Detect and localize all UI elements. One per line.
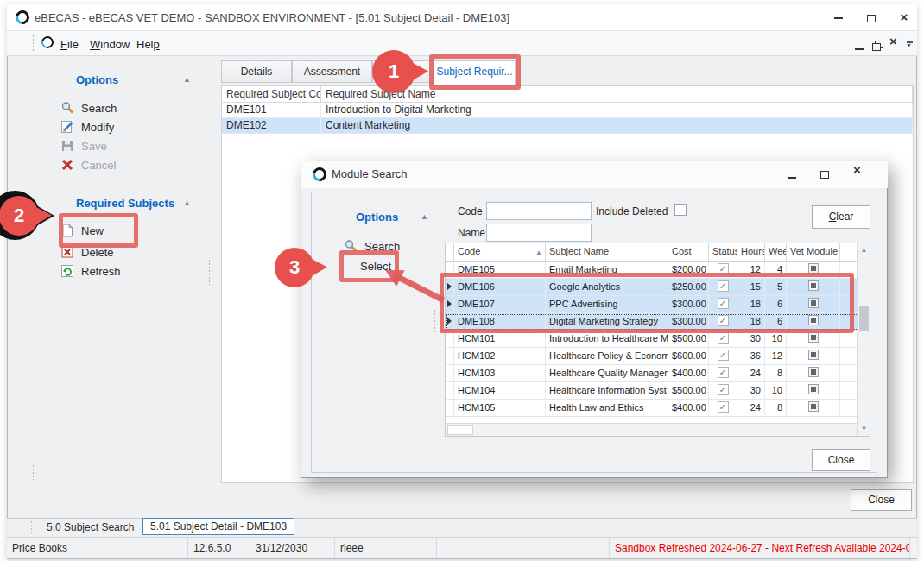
col-required-subject-code[interactable]: Required Subject Code <box>222 86 321 102</box>
col-subject-name[interactable]: Subject Name <box>546 243 668 261</box>
cell-code: HCM105 <box>454 400 546 416</box>
cell-hours: 24 <box>737 365 765 381</box>
mdi-close-icon: × <box>889 34 897 48</box>
status-date: 31/12/2030 <box>250 538 335 558</box>
sidebar-item-search[interactable]: Search <box>60 99 190 117</box>
sidebar-item-modify[interactable]: Modify <box>60 118 190 136</box>
options-panel-header: Options <box>76 73 118 86</box>
edit-icon <box>60 120 74 134</box>
grid-vertical-scrollbar[interactable]: ▲ ▼ <box>857 243 870 436</box>
dialog-maximize-icon <box>820 171 829 179</box>
mdi-restore-button[interactable] <box>872 37 882 53</box>
window-position-menu-button[interactable] <box>906 37 914 53</box>
cell-subject-name: Healthcare Quality Managem <box>546 365 668 381</box>
menubar-grip[interactable] <box>31 35 35 52</box>
refresh-icon <box>60 264 74 278</box>
required-table-row[interactable]: DME101 Introduction to Digital Marketing <box>222 103 913 118</box>
mdi-minimize-icon <box>855 48 864 50</box>
callout-step-2: 2 <box>0 196 39 236</box>
dialog-title: Module Search <box>332 167 407 180</box>
horizontal-scroll-thumb[interactable] <box>447 425 473 435</box>
cancel-x-icon <box>60 158 74 172</box>
minimize-icon <box>834 17 843 19</box>
module-grid-row[interactable]: HCM105 Health Law and Ethics $400.00 ✓ 2… <box>446 400 870 417</box>
cell-status: ✓ <box>709 382 737 399</box>
scroll-up-icon[interactable]: ▲ <box>858 243 870 257</box>
cell-subject-name: Healthcare Information Syst <box>546 382 668 399</box>
cell-cost: $600.00 <box>668 348 709 364</box>
cell-week: 8 <box>765 365 787 381</box>
required-subjects-collapse-icon[interactable]: ▲ <box>183 199 191 207</box>
vet-module-checkbox <box>808 332 819 343</box>
dialog-close-button[interactable]: × <box>853 162 861 178</box>
tab-details[interactable]: Details <box>221 60 292 83</box>
menu-window[interactable]: Window <box>86 36 133 53</box>
dialog-options-collapse-icon[interactable]: ▲ <box>421 212 428 221</box>
code-field-label: Code <box>458 205 483 217</box>
module-grid-row[interactable]: HCM101 Introduction to Healthcare M $500… <box>446 331 870 348</box>
module-grid-row[interactable]: HCM102 Healthcare Policy & Economi $600.… <box>446 348 870 365</box>
save-icon <box>60 139 74 153</box>
status-user: rleee <box>335 538 437 558</box>
cell-hours: 36 <box>737 348 765 364</box>
col-hours[interactable]: Hours <box>737 243 765 261</box>
sidebar-grip[interactable] <box>31 464 35 480</box>
cell-subject-name: Healthcare Policy & Economi <box>546 348 668 364</box>
dialog-maximize-button[interactable] <box>820 167 829 182</box>
cell-required-code: DME102 <box>222 118 321 133</box>
close-window-button[interactable]: × <box>891 7 917 28</box>
mdi-close-button[interactable]: × <box>889 34 897 49</box>
vertical-scroll-thumb[interactable] <box>859 306 869 331</box>
menu-file[interactable]: File <box>57 36 82 53</box>
row-indicator <box>446 400 454 416</box>
col-indicator <box>446 243 454 261</box>
sidebar-item-refresh[interactable]: Refresh <box>60 262 190 280</box>
grid-horizontal-scrollbar[interactable] <box>446 423 857 436</box>
sort-asc-icon: ▲ <box>535 249 542 256</box>
col-required-subject-name[interactable]: Required Subject Name <box>321 86 913 102</box>
clear-button[interactable]: Clear <box>812 205 870 229</box>
col-cost[interactable]: Cost <box>668 243 709 261</box>
bottom-tabbar-grip[interactable] <box>29 520 34 534</box>
minimize-button[interactable] <box>826 7 851 28</box>
col-vet-module[interactable]: Vet Module <box>787 243 840 261</box>
cell-vet-module <box>787 400 840 416</box>
bottom-tab-subject-detail[interactable]: 5.01 Subject Detail - DME103 <box>142 518 294 535</box>
cell-code: HCM104 <box>454 382 546 399</box>
bottom-tab-subject-search[interactable]: 5.0 Subject Search <box>40 520 141 535</box>
required-table-row[interactable]: DME102 Content Marketing <box>222 118 913 134</box>
code-input[interactable] <box>486 202 592 220</box>
include-deleted-label: Include Deleted <box>596 205 668 217</box>
dialog-footer-close-button[interactable]: Close <box>812 449 870 471</box>
search-icon <box>60 101 74 115</box>
col-week[interactable]: Week <box>765 243 787 261</box>
maximize-button[interactable] <box>858 7 884 28</box>
scroll-down-icon[interactable]: ▼ <box>858 422 870 436</box>
mdi-minimize-button[interactable] <box>855 41 864 56</box>
cell-hours: 30 <box>737 382 765 399</box>
dialog-minimize-button[interactable] <box>788 169 796 185</box>
include-deleted-checkbox[interactable] <box>674 204 687 216</box>
splitter-grip[interactable] <box>207 259 212 285</box>
sidebar-item-save[interactable]: Save <box>60 137 190 154</box>
options-collapse-icon[interactable]: ▲ <box>183 75 191 84</box>
name-input[interactable] <box>486 224 592 242</box>
name-field-label: Name <box>458 227 485 239</box>
tab-assessment[interactable]: Assessment <box>292 60 372 83</box>
cell-status: ✓ <box>709 348 737 364</box>
col-code[interactable]: Code▲ <box>454 243 546 261</box>
sidebar-item-cancel[interactable]: Cancel <box>60 156 190 173</box>
menu-help[interactable]: Help <box>133 36 163 53</box>
dialog-splitter-grip[interactable] <box>433 309 437 333</box>
close-icon: × <box>901 9 908 24</box>
module-grid-row[interactable]: HCM103 Healthcare Quality Managem $400.0… <box>446 365 870 382</box>
callout-step-1: 1 <box>372 50 415 93</box>
main-close-button[interactable]: Close <box>851 489 912 511</box>
module-grid: Code▲ Subject Name Cost Status Hours Wee… <box>445 243 870 437</box>
dialog-options-header: Options <box>356 211 398 224</box>
status-checked-icon: ✓ <box>718 332 729 344</box>
col-status[interactable]: Status <box>709 243 737 261</box>
status-checked-icon: ✓ <box>718 384 729 395</box>
cell-required-name: Content Marketing <box>321 118 913 133</box>
module-grid-row[interactable]: HCM104 Healthcare Information Syst $500.… <box>446 382 870 400</box>
